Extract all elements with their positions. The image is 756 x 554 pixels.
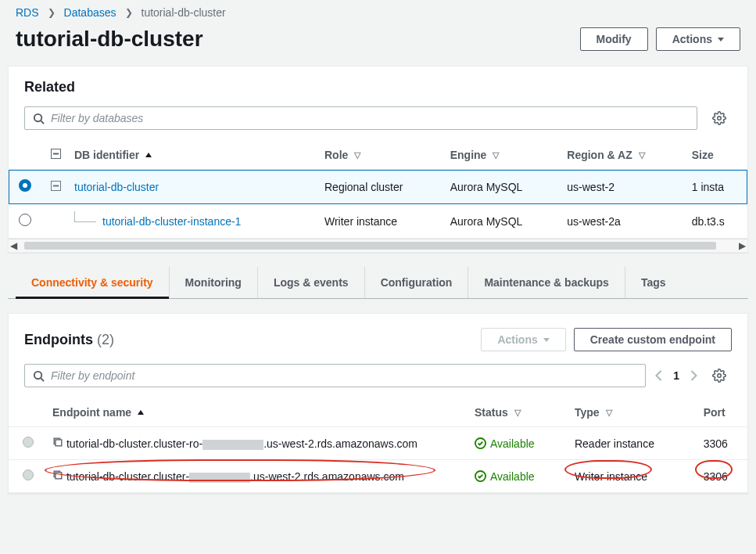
search-icon (33, 113, 45, 124)
breadcrumb: RDS ❯ Databases ❯ tutorial-db-cluster (0, 0, 756, 23)
db-role: Writer instance (320, 204, 446, 239)
col-engine[interactable]: Engine (450, 149, 487, 161)
table-row[interactable]: tutorial-db-cluster.cluster-ro-.us-west-… (9, 427, 747, 460)
col-role[interactable]: Role (324, 149, 348, 161)
svg-line-1 (41, 121, 44, 124)
db-engine: Aurora MySQL (446, 170, 563, 204)
endpoints-table: Endpoint name Status▽ Type▽ Port tutoria… (9, 398, 747, 493)
horizontal-scrollbar[interactable]: ◀ ▶ (9, 239, 747, 252)
actions-label: Actions (672, 33, 712, 45)
row-radio[interactable] (23, 437, 34, 448)
col-type[interactable]: Type (575, 406, 600, 419)
svg-point-0 (34, 113, 41, 121)
pager: 1 (655, 369, 697, 382)
caret-down-icon (543, 338, 550, 342)
sort-icon: ▽ (606, 408, 612, 418)
filter-databases-input[interactable] (51, 112, 689, 124)
endpoint-port: 3306 (704, 470, 728, 483)
endpoint-status: Available (475, 470, 565, 483)
col-status[interactable]: Status (475, 406, 508, 419)
related-panel: Related DB identifier (8, 66, 748, 253)
table-row[interactable]: tutorial-db-cluster.cluster-.us-west-2.r… (9, 460, 747, 493)
chevron-right-icon: ❯ (125, 7, 133, 18)
col-db-identifier[interactable]: DB identifier (74, 149, 139, 161)
table-row[interactable]: tutorial-db-cluster Regional cluster Aur… (9, 170, 747, 204)
endpoints-panel: Endpoints (2) Actions Create custom endp… (8, 313, 748, 494)
page-header: tutorial-db-cluster Modify Actions (0, 23, 756, 66)
header-actions: Modify Actions (580, 27, 740, 51)
scroll-right-icon[interactable]: ▶ (739, 240, 746, 251)
databases-table: DB identifier Role▽ Engine▽ Region & AZ▽… (9, 141, 747, 239)
endpoint-port: 3306 (699, 427, 747, 460)
db-identifier-link[interactable]: tutorial-db-cluster-instance-1 (102, 215, 241, 228)
copy-icon[interactable] (52, 469, 63, 480)
col-size[interactable]: Size (692, 149, 714, 161)
settings-icon[interactable] (707, 369, 732, 383)
sort-asc-icon (138, 410, 144, 415)
svg-rect-10 (56, 440, 62, 446)
breadcrumb-rds[interactable]: RDS (16, 6, 39, 19)
settings-icon[interactable] (707, 111, 732, 125)
row-radio[interactable] (23, 469, 34, 480)
endpoints-title: Endpoints (2) (24, 332, 114, 348)
caret-down-icon (718, 38, 724, 41)
filter-databases[interactable] (24, 106, 697, 130)
db-size: 1 insta (687, 170, 747, 204)
endpoint-type: Writer instance (575, 470, 647, 483)
col-endpoint-name[interactable]: Endpoint name (52, 406, 131, 419)
pager-next-icon[interactable] (690, 370, 697, 381)
databases-table-wrap: DB identifier Role▽ Engine▽ Region & AZ▽… (9, 141, 747, 252)
endpoints-actions-dropdown[interactable]: Actions (481, 328, 565, 351)
col-port[interactable]: Port (704, 406, 726, 419)
endpoint-name: tutorial-db-cluster.cluster-.us-west-2.r… (66, 470, 404, 483)
pager-page: 1 (673, 369, 679, 382)
sort-icon: ▽ (354, 150, 360, 160)
db-size: db.t3.s (687, 204, 747, 239)
table-row[interactable]: tutorial-db-cluster-instance-1 Writer in… (9, 204, 747, 239)
svg-rect-12 (56, 473, 62, 479)
filter-endpoints-input[interactable] (51, 369, 637, 382)
chevron-right-icon: ❯ (48, 7, 56, 18)
sort-icon: ▽ (514, 408, 521, 418)
tab-logs[interactable]: Logs & events (258, 267, 365, 298)
svg-point-9 (718, 374, 722, 378)
svg-point-7 (34, 371, 41, 378)
copy-icon[interactable] (52, 437, 63, 448)
related-title: Related (9, 67, 747, 100)
pager-prev-icon[interactable] (655, 370, 662, 381)
db-engine: Aurora MySQL (446, 204, 563, 239)
sort-asc-icon (145, 153, 152, 157)
sort-icon: ▽ (493, 150, 499, 160)
db-region: us-west-2 (562, 170, 686, 204)
svg-point-2 (718, 117, 722, 121)
tab-configuration[interactable]: Configuration (365, 267, 469, 298)
page-title: tutorial-db-cluster (16, 27, 203, 52)
row-radio[interactable] (19, 179, 31, 192)
tab-monitoring[interactable]: Monitoring (170, 267, 258, 298)
sort-icon: ▽ (639, 150, 645, 160)
scroll-left-icon[interactable]: ◀ (10, 240, 17, 251)
db-role: Regional cluster (320, 170, 446, 204)
tree-line-icon (74, 211, 96, 222)
endpoint-type: Reader instance (570, 427, 699, 460)
endpoint-status: Available (475, 437, 565, 450)
db-identifier-link[interactable]: tutorial-db-cluster (74, 181, 159, 193)
modify-button[interactable]: Modify (580, 27, 648, 51)
redacted-text (189, 473, 250, 483)
actions-dropdown[interactable]: Actions (656, 27, 740, 51)
tab-connectivity[interactable]: Connectivity & security (16, 267, 170, 298)
redacted-text (202, 440, 263, 450)
collapse-all-icon[interactable] (51, 149, 61, 159)
svg-line-8 (41, 378, 44, 381)
row-radio[interactable] (19, 214, 31, 226)
search-icon (33, 370, 45, 382)
collapse-icon[interactable] (51, 181, 61, 191)
tabs: Connectivity & security Monitoring Logs … (8, 267, 748, 299)
col-region-az[interactable]: Region & AZ (567, 149, 632, 161)
tab-tags[interactable]: Tags (625, 267, 682, 298)
create-endpoint-button[interactable]: Create custom endpoint (574, 328, 732, 351)
scroll-thumb[interactable] (24, 242, 716, 250)
filter-endpoints[interactable] (24, 364, 646, 387)
tab-maintenance[interactable]: Maintenance & backups (468, 267, 625, 298)
breadcrumb-databases[interactable]: Databases (64, 6, 116, 19)
